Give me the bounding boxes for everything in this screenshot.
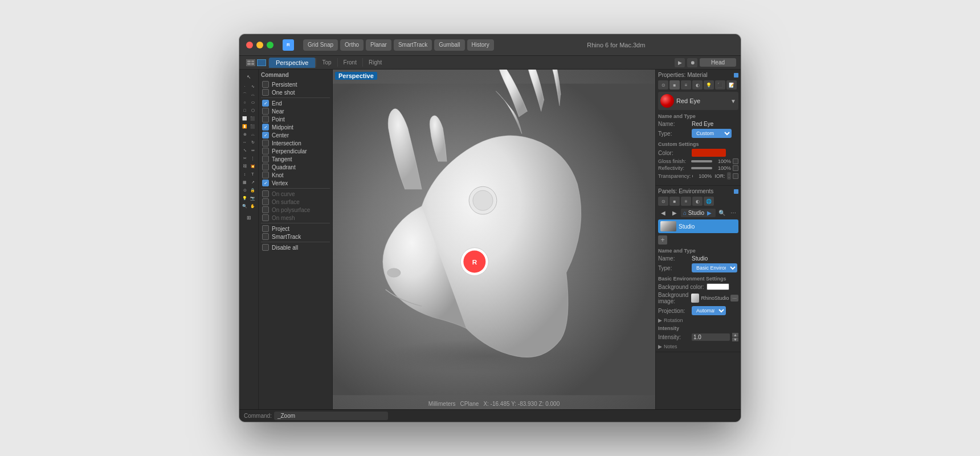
snap-tool[interactable]: ⊙ [241, 186, 248, 194]
circle-tool[interactable]: ○ [241, 99, 248, 106]
maximize-button[interactable] [267, 42, 273, 48]
tab-top[interactable]: Top [316, 58, 337, 67]
snap-smarttrack-checkbox[interactable] [262, 233, 269, 240]
point-tool[interactable]: · [241, 83, 248, 90]
snap-perpendicular-checkbox[interactable] [262, 148, 269, 154]
single-view-icon[interactable] [257, 59, 266, 66]
snap-oncurve-checkbox[interactable] [262, 190, 269, 197]
snap-point-checkbox[interactable] [262, 116, 269, 123]
material-dropdown-arrow[interactable]: ▼ [730, 98, 736, 104]
history-button[interactable]: History [467, 39, 494, 51]
ortho-button[interactable]: Ortho [340, 39, 364, 51]
fillet-tool[interactable]: ⌓ [249, 131, 256, 138]
explode-tool[interactable]: 💥 [249, 162, 256, 170]
intensity-up[interactable]: ▲ [732, 333, 738, 337]
env-tab-2[interactable]: ■ [669, 197, 680, 206]
notes-group[interactable]: ▶ Notes [658, 344, 738, 349]
add-environment-button[interactable]: + [658, 235, 667, 245]
pan-tool[interactable]: ✋ [249, 202, 256, 210]
env-tab-5[interactable]: 🌐 [704, 197, 714, 206]
text-tool[interactable]: T [249, 170, 256, 178]
type-dropdown[interactable]: Custom [692, 129, 732, 138]
ior-input[interactable] [727, 172, 731, 180]
env-tab-1[interactable]: ⊙ [658, 197, 668, 206]
snap-persistent-checkbox[interactable] [262, 81, 269, 88]
planar-button[interactable]: Planar [366, 39, 391, 51]
play-button[interactable]: ▶ [675, 58, 685, 67]
grid-snap-button[interactable]: Grid Snap [303, 39, 338, 51]
reflectivity-track[interactable] [691, 167, 712, 169]
rect-tool[interactable]: □ [241, 107, 248, 114]
prop-tab-object[interactable]: ⊙ [658, 80, 668, 89]
smart-track-button[interactable]: SmartTrack [394, 39, 432, 51]
tab-front[interactable]: Front [337, 58, 362, 67]
snap-oneshot-checkbox[interactable] [262, 89, 269, 96]
hatch-tool[interactable]: ▦ [241, 178, 248, 186]
snap-quadrant-checkbox[interactable] [262, 164, 269, 170]
select-tool[interactable]: ↖ [241, 72, 257, 82]
scale-tool[interactable]: ⤡ [241, 146, 248, 154]
polyline-tool[interactable]: ⌒ [241, 91, 248, 98]
rotation-group[interactable]: ▶ Rotation [658, 317, 738, 323]
snap-vertex-checkbox[interactable] [262, 180, 269, 186]
transparency-checkbox[interactable] [733, 173, 738, 179]
snap-onpolysurface-checkbox[interactable] [262, 206, 269, 213]
snap-onsurface-checkbox[interactable] [262, 198, 269, 205]
env-tab-3[interactable]: ≡ [681, 197, 691, 206]
record-button[interactable]: ⏺ [687, 58, 697, 67]
prop-tab-light[interactable]: 💡 [704, 80, 714, 89]
dim-tool[interactable]: ↕ [241, 170, 248, 178]
projection-dropdown[interactable]: Automatic [692, 306, 726, 315]
split-tool[interactable]: ⋮ [249, 154, 256, 162]
snap-near-checkbox[interactable] [262, 108, 269, 115]
prop-tab-notes[interactable]: 📝 [726, 80, 737, 89]
tab-perspective[interactable]: Perspective [269, 58, 316, 68]
bg-color-swatch[interactable] [707, 283, 729, 290]
snap-midpoint-checkbox[interactable] [262, 124, 269, 131]
color-swatch[interactable] [692, 149, 726, 157]
viewport[interactable]: Perspective Layouts... [333, 70, 655, 409]
gloss-checkbox[interactable] [733, 158, 738, 164]
prop-tab-layer[interactable]: ≡ [681, 80, 691, 89]
snap-onmesh-checkbox[interactable] [262, 214, 269, 221]
snap-project-checkbox[interactable] [262, 225, 269, 232]
prop-tab-mesh[interactable]: ⬛ [715, 80, 725, 89]
env-menu-button[interactable]: ⋯ [728, 208, 738, 217]
snap-disableall-checkbox[interactable] [262, 244, 269, 251]
snap-intersection-checkbox[interactable] [262, 140, 269, 146]
curve-tool[interactable]: ∿ [249, 83, 256, 90]
extrude-tool[interactable]: ⏫ [241, 123, 248, 130]
solid-tool[interactable]: ⬛ [249, 123, 256, 130]
mirror-tool[interactable]: ⇔ [249, 146, 256, 154]
boolean-tool[interactable]: ⊕ [241, 131, 248, 138]
snap-tangent-checkbox[interactable] [262, 156, 269, 162]
reflectivity-checkbox[interactable] [733, 165, 738, 171]
grid-view-icon[interactable] [246, 59, 255, 66]
env-forward-button[interactable]: ▶ [669, 208, 680, 217]
gloss-track[interactable] [691, 160, 712, 162]
snap-center-checkbox[interactable] [262, 132, 269, 139]
prop-tab-render[interactable]: ◐ [692, 80, 703, 89]
env-search-button[interactable]: 🔍 [717, 208, 727, 217]
polygon-tool[interactable]: ⬡ [249, 107, 256, 114]
zoom-tool[interactable]: 🔍 [241, 202, 248, 210]
gumball-button[interactable]: Gumball [434, 39, 464, 51]
env-studio-item[interactable]: Studio [658, 219, 738, 233]
bg-image-button[interactable]: ··· [730, 295, 738, 302]
mesh-tool[interactable]: ⬛ [249, 115, 256, 122]
prop-tab-material[interactable]: ■ [669, 80, 680, 89]
trim-tool[interactable]: ✂ [241, 154, 248, 162]
command-input[interactable] [274, 412, 388, 420]
light-tool[interactable]: 💡 [241, 194, 248, 202]
surface-tool[interactable]: ⬜ [241, 115, 248, 122]
env-tab-4[interactable]: ◐ [692, 197, 703, 206]
snap-knot-checkbox[interactable] [262, 172, 269, 178]
lock-tool[interactable]: 🔒 [249, 186, 256, 194]
env-type-dropdown[interactable]: Basic Environment [692, 263, 737, 272]
close-button[interactable] [246, 42, 253, 48]
minimize-button[interactable] [256, 42, 263, 48]
intensity-stepper[interactable]: ▲ ▼ [732, 333, 738, 341]
intensity-down[interactable]: ▼ [732, 337, 738, 341]
intensity-input[interactable] [692, 333, 730, 341]
transparency-track[interactable] [692, 175, 693, 177]
